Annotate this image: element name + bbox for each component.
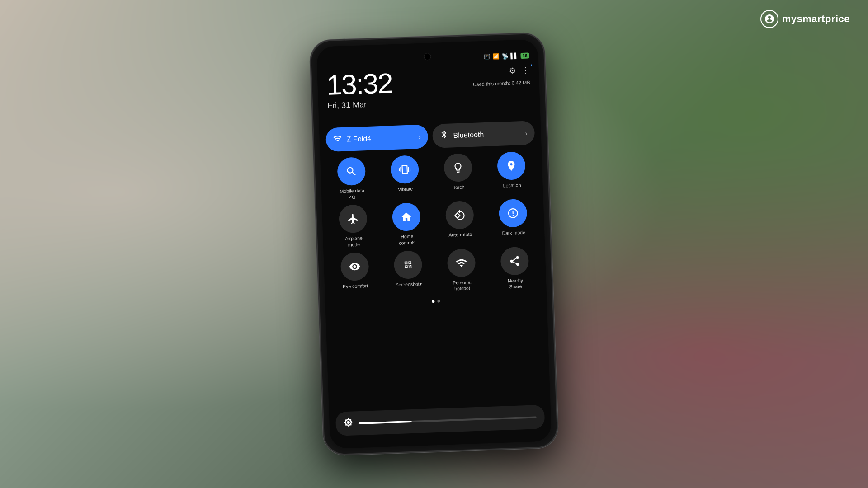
nearby-share-label: NearbyShare <box>508 277 524 290</box>
brand-name: mysmartprice <box>782 13 850 25</box>
brightness-icon <box>344 418 353 430</box>
bluetooth-arrow: › <box>525 129 528 136</box>
signal-status-icon: 📡 <box>501 53 508 60</box>
brightness-container <box>335 405 545 436</box>
torch-btn[interactable] <box>443 153 472 182</box>
brightness-fill <box>359 420 412 424</box>
dark-mode-label: Dark mode <box>502 230 525 236</box>
nearby-share-btn[interactable] <box>500 246 529 275</box>
wifi-label: Z Fold4 <box>346 133 414 143</box>
page-dot-2 <box>437 300 440 302</box>
home-controls-btn[interactable] <box>392 202 421 231</box>
eye-comfort-label: Eye comfort <box>343 283 368 290</box>
nearby-share-toggle[interactable]: NearbyShare <box>490 246 540 291</box>
dark-mode-toggle[interactable]: Dark mode <box>488 198 538 243</box>
airplane-toggle[interactable]: Airplanemode <box>328 204 378 249</box>
watermark-logo <box>760 10 778 28</box>
bluetooth-label: Bluetooth <box>453 129 521 140</box>
phone-wrapper: 📳 📶 📡 ▌▌ 16 13:32 Fri, 31 Mar ⚙ ⋮ <box>309 32 559 456</box>
auto-rotate-btn[interactable] <box>445 201 474 230</box>
network-bars-icon: ▌▌ <box>510 52 518 59</box>
quick-settings-panel: Z Fold4 › Bluetooth › <box>326 121 540 306</box>
vibrate-toggle[interactable]: Vibrate <box>380 155 430 199</box>
battery-icon: 16 <box>520 52 529 59</box>
torch-toggle[interactable]: Torch <box>433 153 483 197</box>
toggle-grid-row3: Eye comfort Screenshot▾ <box>330 246 540 296</box>
airplane-btn[interactable] <box>339 204 368 233</box>
home-controls-toggle[interactable]: Homecontrols <box>382 202 432 247</box>
brightness-row[interactable] <box>335 405 545 436</box>
connectivity-row: Z Fold4 › Bluetooth › <box>326 121 535 152</box>
hotspot-toggle[interactable]: Personalhotspot <box>436 248 486 293</box>
eye-comfort-btn[interactable] <box>340 252 369 281</box>
wifi-status-icon: 📶 <box>492 53 499 60</box>
page-dot-1 <box>432 300 434 303</box>
mobile-data-label: Mobile data4G <box>340 188 364 201</box>
vibrate-btn[interactable] <box>390 155 419 184</box>
watermark: mysmartprice <box>760 10 850 28</box>
phone-device: 📳 📶 📡 ▌▌ 16 13:32 Fri, 31 Mar ⚙ ⋮ <box>309 32 559 456</box>
mobile-data-toggle[interactable]: Mobile data4G <box>326 156 377 201</box>
bluetooth-icon <box>439 130 449 142</box>
clock-date: Fri, 31 Mar <box>327 99 393 111</box>
auto-rotate-toggle[interactable]: Auto-rotate <box>435 200 485 245</box>
screenshot-toggle[interactable]: Screenshot▾ <box>383 250 434 295</box>
toggle-grid-row1: Mobile data4G Vibrate <box>326 151 537 201</box>
home-controls-label: Homecontrols <box>399 234 416 247</box>
dark-mode-btn[interactable] <box>499 199 528 228</box>
data-usage-text: Used this month: 6.42 MB <box>473 80 530 87</box>
location-btn[interactable] <box>497 151 526 180</box>
vibrate-label: Vibrate <box>398 186 413 193</box>
hotspot-btn[interactable] <box>447 248 476 277</box>
mobile-data-btn[interactable] <box>337 157 366 186</box>
wifi-icon <box>333 134 342 145</box>
wifi-arrow: › <box>419 133 421 140</box>
brightness-bar[interactable] <box>359 416 537 424</box>
phone-screen: 📳 📶 📡 ▌▌ 16 13:32 Fri, 31 Mar ⚙ ⋮ <box>316 39 552 449</box>
bluetooth-tile[interactable]: Bluetooth › <box>432 121 535 148</box>
torch-label: Torch <box>453 184 465 191</box>
toggle-grid-row2: Airplanemode Homecontrols <box>328 198 538 249</box>
hotspot-label: Personalhotspot <box>453 279 472 292</box>
location-toggle[interactable]: Location <box>486 151 537 196</box>
screenshot-btn[interactable] <box>393 250 422 279</box>
status-right: 📳 📶 📡 ▌▌ 16 <box>483 52 529 60</box>
airplane-label: Airplanemode <box>345 235 363 249</box>
auto-rotate-label: Auto-rotate <box>448 231 472 238</box>
clock-left: 13:32 Fri, 31 Mar <box>326 69 393 111</box>
location-label: Location <box>503 182 521 189</box>
page-dots <box>331 296 540 306</box>
eye-comfort-toggle[interactable]: Eye comfort <box>330 252 380 296</box>
clock-time: 13:32 <box>326 69 393 99</box>
wifi-tile[interactable]: Z Fold4 › <box>326 124 429 152</box>
vibrate-status-icon: 📳 <box>483 53 490 60</box>
screenshot-label: Screenshot▾ <box>395 281 422 288</box>
